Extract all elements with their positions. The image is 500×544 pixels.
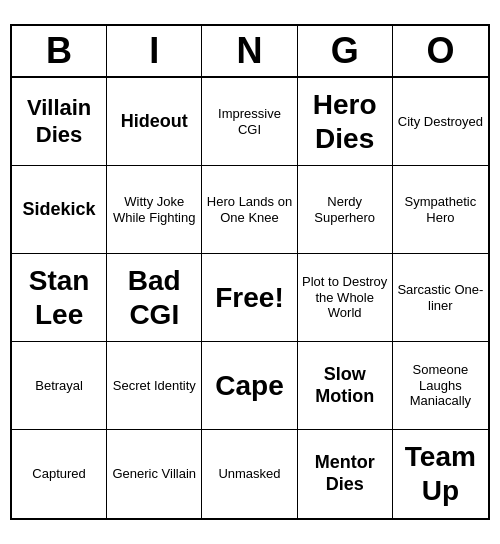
header-letter: O bbox=[393, 26, 488, 76]
cell-text: Cape bbox=[215, 369, 283, 403]
bingo-cell: Free! bbox=[202, 254, 297, 342]
cell-text: Nerdy Superhero bbox=[302, 194, 388, 225]
bingo-cell: Captured bbox=[12, 430, 107, 518]
bingo-cell: Betrayal bbox=[12, 342, 107, 430]
cell-text: Witty Joke While Fighting bbox=[111, 194, 197, 225]
cell-text: Captured bbox=[32, 466, 85, 482]
cell-text: City Destroyed bbox=[398, 114, 483, 130]
bingo-cell: Impressive CGI bbox=[202, 78, 297, 166]
bingo-cell: Unmasked bbox=[202, 430, 297, 518]
bingo-cell: Hideout bbox=[107, 78, 202, 166]
bingo-cell: Secret Identity bbox=[107, 342, 202, 430]
cell-text: Mentor Dies bbox=[302, 452, 388, 495]
bingo-cell: Hero Dies bbox=[298, 78, 393, 166]
bingo-cell: City Destroyed bbox=[393, 78, 488, 166]
bingo-grid: Villain DiesHideoutImpressive CGIHero Di… bbox=[12, 78, 488, 518]
bingo-cell: Mentor Dies bbox=[298, 430, 393, 518]
bingo-cell: Nerdy Superhero bbox=[298, 166, 393, 254]
cell-text: Bad CGI bbox=[111, 264, 197, 331]
cell-text: Sidekick bbox=[23, 199, 96, 221]
bingo-cell: Slow Motion bbox=[298, 342, 393, 430]
bingo-cell: Hero Lands on One Knee bbox=[202, 166, 297, 254]
cell-text: Betrayal bbox=[35, 378, 83, 394]
cell-text: Unmasked bbox=[218, 466, 280, 482]
bingo-cell: Plot to Destroy the Whole World bbox=[298, 254, 393, 342]
bingo-cell: Villain Dies bbox=[12, 78, 107, 166]
cell-text: Generic Villain bbox=[112, 466, 196, 482]
bingo-cell: Stan Lee bbox=[12, 254, 107, 342]
cell-text: Team Up bbox=[397, 440, 484, 507]
cell-text: Stan Lee bbox=[16, 264, 102, 331]
cell-text: Villain Dies bbox=[16, 95, 102, 148]
bingo-cell: Sarcastic One-liner bbox=[393, 254, 488, 342]
cell-text: Sarcastic One-liner bbox=[397, 282, 484, 313]
bingo-cell: Sympathetic Hero bbox=[393, 166, 488, 254]
cell-text: Hero Dies bbox=[302, 88, 388, 155]
cell-text: Impressive CGI bbox=[206, 106, 292, 137]
cell-text: Hero Lands on One Knee bbox=[206, 194, 292, 225]
bingo-cell: Cape bbox=[202, 342, 297, 430]
cell-text: Plot to Destroy the Whole World bbox=[302, 274, 388, 321]
bingo-cell: Someone Laughs Maniacally bbox=[393, 342, 488, 430]
bingo-header: BINGO bbox=[12, 26, 488, 78]
header-letter: B bbox=[12, 26, 107, 76]
cell-text: Secret Identity bbox=[113, 378, 196, 394]
bingo-cell: Generic Villain bbox=[107, 430, 202, 518]
cell-text: Free! bbox=[215, 281, 283, 315]
bingo-cell: Bad CGI bbox=[107, 254, 202, 342]
header-letter: G bbox=[298, 26, 393, 76]
bingo-card: BINGO Villain DiesHideoutImpressive CGIH… bbox=[10, 24, 490, 520]
bingo-cell: Team Up bbox=[393, 430, 488, 518]
cell-text: Hideout bbox=[121, 111, 188, 133]
bingo-cell: Witty Joke While Fighting bbox=[107, 166, 202, 254]
bingo-cell: Sidekick bbox=[12, 166, 107, 254]
header-letter: N bbox=[202, 26, 297, 76]
header-letter: I bbox=[107, 26, 202, 76]
cell-text: Slow Motion bbox=[302, 364, 388, 407]
cell-text: Someone Laughs Maniacally bbox=[397, 362, 484, 409]
cell-text: Sympathetic Hero bbox=[397, 194, 484, 225]
